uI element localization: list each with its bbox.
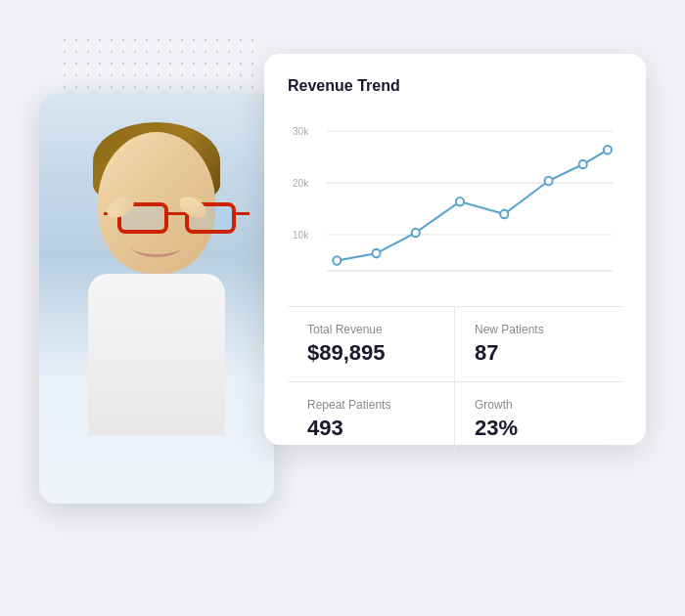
stat-repeat-patients: Repeat Patients 493 — [288, 382, 455, 457]
y-label-20k: 20k — [293, 178, 309, 189]
data-point-5 — [500, 210, 508, 218]
trend-line — [337, 150, 608, 260]
glasses — [115, 202, 238, 242]
chart-svg: 30k 20k 10k — [288, 110, 622, 286]
dashboard-title: Revenue Trend — [288, 77, 622, 95]
smile — [132, 238, 181, 257]
data-point-1 — [333, 256, 341, 264]
photo-card — [39, 93, 274, 504]
stat-growth: Growth 23% — [455, 382, 622, 457]
revenue-chart: 30k 20k 10k — [288, 110, 622, 286]
data-point-2 — [373, 249, 381, 257]
repeat-patients-value: 493 — [307, 416, 434, 441]
glasses-arm-right — [236, 212, 250, 215]
data-point-3 — [412, 229, 420, 237]
y-label-10k: 10k — [293, 230, 309, 241]
person-figure — [78, 122, 235, 435]
stat-new-patients: New Patients 87 — [455, 307, 622, 382]
data-point-4 — [456, 198, 464, 205]
dashboard-card: Revenue Trend 30k 20k 10k — [264, 54, 646, 445]
new-patients-label: New Patients — [475, 323, 603, 336]
repeat-patients-label: Repeat Patients — [307, 398, 434, 412]
photo-background — [39, 93, 274, 504]
glasses-bridge — [168, 212, 186, 215]
total-revenue-label: Total Revenue — [307, 323, 434, 336]
body — [88, 274, 225, 435]
data-point-6 — [545, 177, 553, 185]
stat-total-revenue: Total Revenue $89,895 — [288, 307, 455, 382]
total-revenue-value: $89,895 — [307, 340, 434, 366]
scene: Revenue Trend 30k 20k 10k — [39, 34, 646, 582]
data-point-7 — [579, 160, 587, 168]
face — [98, 132, 215, 274]
stats-grid: Total Revenue $89,895 New Patients 87 Re… — [288, 306, 622, 457]
y-label-30k: 30k — [293, 126, 309, 137]
new-patients-value: 87 — [475, 340, 603, 366]
data-point-8 — [604, 146, 612, 154]
growth-value: 23% — [475, 416, 603, 441]
growth-label: Growth — [475, 398, 603, 412]
